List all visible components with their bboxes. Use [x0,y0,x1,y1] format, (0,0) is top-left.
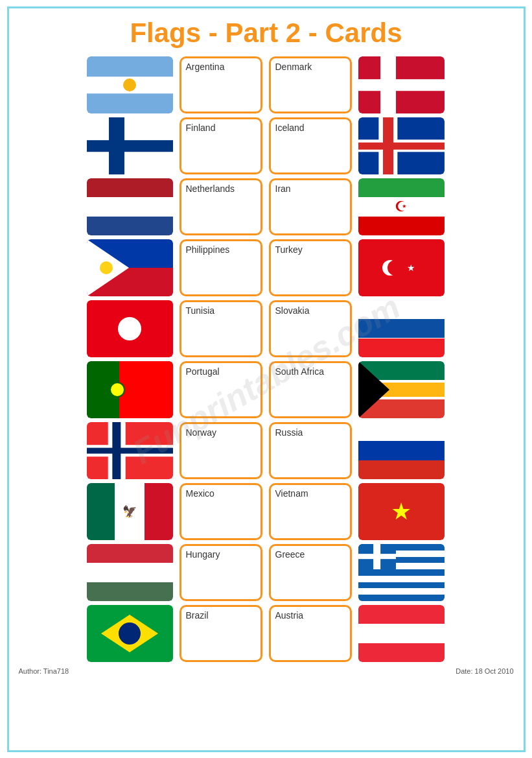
label-argentina: Argentina [179,56,262,113]
label-finland: Finland [179,117,262,174]
label-south-africa: South Africa [269,361,352,418]
flag-cell-russia [358,422,445,479]
author-label: Author: Tina718 [19,667,69,675]
flag-portugal [87,361,173,418]
flag-brazil [87,605,173,662]
label-tunisia: Tunisia [179,300,262,357]
flag-cell-netherlands [87,178,173,235]
footer: Author: Tina718 Date: 18 Oct 2010 [19,667,514,675]
flag-cell-turkey: ★ [358,239,445,296]
label-turkey: Turkey [269,239,352,296]
flag-cell-greece [358,544,445,601]
flag-austria [358,605,445,662]
flag-tunisia [87,300,173,357]
flag-hungary [87,544,173,601]
page: Funprintables.com Flags - Part 2 - Cards… [7,6,526,752]
flag-philippines [87,239,173,296]
flag-cell-slovakia [358,300,445,357]
label-brazil: Brazil [179,605,262,662]
flag-argentina [87,56,173,113]
label-vietnam: Vietnam [269,483,352,540]
label-philippines: Philippines [179,239,262,296]
label-hungary: Hungary [179,544,262,601]
flag-iran: ☪ [358,178,445,235]
flag-finland [87,117,173,174]
label-portugal: Portugal [179,361,262,418]
label-austria: Austria [269,605,352,662]
label-iran: Iran [269,178,352,235]
label-mexico: Mexico [179,483,262,540]
flag-norway [87,422,173,479]
flag-cell-argentina [87,56,173,113]
flag-cell-mexico: 🦅 [87,483,173,540]
flag-netherlands [87,178,173,235]
flag-cell-austria [358,605,445,662]
label-slovakia: Slovakia [269,300,352,357]
flag-cell-portugal [87,361,173,418]
flag-cell-iceland [358,117,445,174]
date-label: Date: 18 Oct 2010 [456,667,513,675]
flag-cell-tunisia [87,300,173,357]
flag-denmark [358,56,445,113]
flag-russia [358,422,445,479]
label-denmark: Denmark [269,56,352,113]
label-norway: Norway [179,422,262,479]
flags-grid: ArgentinaDenmarkFinlandIcelandNetherland… [19,56,514,662]
flag-cell-south-africa [358,361,445,418]
flag-mexico: 🦅 [87,483,173,540]
label-iceland: Iceland [269,117,352,174]
label-netherlands: Netherlands [179,178,262,235]
flag-cell-hungary [87,544,173,601]
label-russia: Russia [269,422,352,479]
page-title: Flags - Part 2 - Cards [19,18,514,49]
flag-cell-iran: ☪ [358,178,445,235]
flag-iceland [358,117,445,174]
flag-cell-norway [87,422,173,479]
flag-south-africa [358,361,445,418]
flag-slovakia [358,300,445,357]
label-greece: Greece [269,544,352,601]
flag-turkey: ★ [358,239,445,296]
flag-cell-brazil [87,605,173,662]
flag-cell-philippines [87,239,173,296]
flag-greece [358,544,445,601]
flag-cell-finland [87,117,173,174]
flag-vietnam: ★ [358,483,445,540]
flag-cell-denmark [358,56,445,113]
flag-cell-vietnam: ★ [358,483,445,540]
